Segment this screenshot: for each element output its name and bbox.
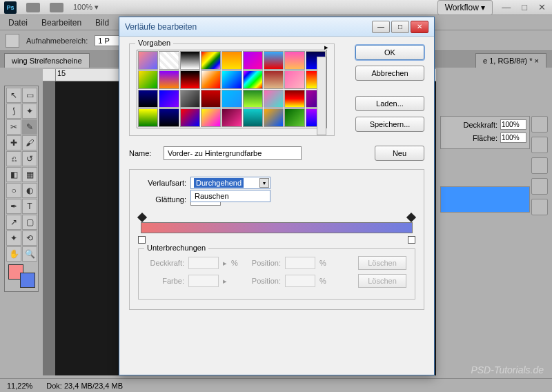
gradient-preset[interactable]	[201, 70, 221, 89]
rotate-tool-icon[interactable]: ⟲	[22, 231, 37, 246]
layer-thumbnail[interactable]	[440, 186, 530, 213]
type-tool-icon[interactable]: T	[22, 199, 37, 214]
color-stop[interactable]	[138, 236, 146, 244]
gradient-preset[interactable]	[243, 51, 263, 70]
workspace-selector[interactable]: Workflow ▾	[437, 0, 493, 15]
presets-menu-icon[interactable]: ▸	[324, 43, 328, 52]
gradient-preset[interactable]	[284, 51, 304, 70]
gradient-preset[interactable]	[243, 108, 263, 127]
stamp-tool-icon[interactable]: ⎌	[6, 151, 21, 166]
gradient-preset[interactable]	[284, 108, 304, 127]
panel-icon[interactable]	[531, 116, 548, 133]
gradient-preset[interactable]	[159, 51, 179, 70]
gradient-preset[interactable]	[221, 51, 241, 70]
gradient-preview[interactable]	[141, 218, 413, 237]
panel-icon[interactable]	[531, 199, 548, 215]
zoom-level[interactable]: 100% ▾	[73, 3, 99, 12]
hand-tool-icon[interactable]: ✋	[6, 246, 21, 262]
menu-edit[interactable]: Bearbeiten	[41, 18, 81, 28]
dialog-titlebar[interactable]: Verläufe bearbeiten — □ ✕	[119, 17, 434, 37]
marquee-tool-icon[interactable]: ▭	[22, 88, 37, 103]
gradient-tool-icon[interactable]: ▦	[22, 167, 37, 182]
status-zoom[interactable]: 11,22%	[7, 382, 32, 390]
gradient-preset[interactable]	[221, 108, 241, 127]
brush-tool-icon[interactable]: 🖌	[22, 135, 37, 150]
wand-tool-icon[interactable]: ✦	[22, 104, 37, 119]
gradient-preset[interactable]	[221, 70, 241, 89]
gradient-preset[interactable]	[180, 108, 200, 127]
gradient-preset[interactable]	[243, 70, 263, 89]
gradient-preset[interactable]	[159, 90, 179, 108]
history-brush-icon[interactable]: ↺	[22, 151, 37, 166]
gradient-preset[interactable]	[138, 90, 158, 108]
crop-tool-icon[interactable]: ✂	[6, 119, 21, 135]
gradient-type-combo[interactable]: Durchgehend ▾ Rauschen	[190, 177, 270, 189]
fill-field[interactable]	[500, 133, 526, 143]
dialog-minimize-icon[interactable]: —	[372, 21, 390, 33]
zoom-tool-icon[interactable]: 🔍	[22, 246, 37, 262]
document-tab[interactable]: wing Streifenscheine	[4, 53, 90, 68]
load-button[interactable]: Laden...	[355, 96, 424, 111]
gradient-preset[interactable]	[201, 108, 221, 127]
gradient-preset[interactable]	[264, 51, 284, 70]
gradient-preset[interactable]	[180, 70, 200, 89]
color-swatches[interactable]	[6, 262, 37, 290]
gradient-preset[interactable]	[138, 108, 158, 127]
eyedropper-tool-icon[interactable]: ✎	[22, 119, 37, 135]
gradient-track[interactable]	[141, 222, 413, 233]
document-tab[interactable]: e 1, RGB/8#) * ×	[475, 53, 546, 68]
gradient-preset[interactable]	[180, 90, 200, 108]
pen-tool-icon[interactable]: ✒	[6, 199, 21, 214]
gradient-preset[interactable]	[201, 90, 221, 108]
eraser-tool-icon[interactable]: ◧	[6, 167, 21, 182]
gradient-preset[interactable]	[264, 90, 284, 108]
gradient-preset[interactable]	[159, 108, 179, 127]
blur-tool-icon[interactable]: ○	[6, 183, 21, 198]
panel-icon[interactable]	[531, 137, 548, 153]
background-color[interactable]	[20, 273, 35, 288]
gradient-preset[interactable]	[243, 90, 263, 108]
close-icon[interactable]: ✕	[536, 2, 548, 12]
gradient-preset[interactable]	[138, 70, 158, 89]
name-field[interactable]	[164, 146, 302, 160]
menu-image[interactable]: Bild	[95, 18, 109, 28]
bridge-icon[interactable]	[26, 3, 40, 12]
shape-tool-icon[interactable]: ▢	[22, 215, 37, 230]
chevron-down-icon[interactable]: ▾	[259, 178, 269, 188]
panel-icon[interactable]	[531, 178, 548, 195]
tool-preset-icon[interactable]	[6, 34, 19, 48]
dodge-tool-icon[interactable]: ◐	[22, 183, 37, 198]
gradient-preset[interactable]	[221, 90, 241, 108]
dialog-close-icon[interactable]: ✕	[411, 21, 428, 33]
menu-file[interactable]: Datei	[8, 18, 28, 28]
move-tool-icon[interactable]: ↖	[6, 88, 21, 103]
dialog-maximize-icon[interactable]: □	[391, 21, 409, 33]
gradient-preset[interactable]	[284, 90, 304, 108]
minimize-icon[interactable]: —	[500, 2, 513, 12]
color-stop[interactable]	[408, 236, 415, 244]
opacity-stop[interactable]	[406, 213, 416, 222]
save-button[interactable]: Speichern...	[355, 117, 424, 132]
gradient-preset[interactable]	[159, 70, 179, 89]
cancel-button[interactable]: Abbrechen	[355, 66, 424, 81]
opacity-stop[interactable]	[137, 213, 147, 222]
gradient-preset[interactable]	[264, 70, 284, 89]
gradient-preset[interactable]	[138, 51, 158, 70]
3d-tool-icon[interactable]: ✦	[6, 231, 21, 246]
gradient-preset[interactable]	[180, 51, 200, 70]
opacity-field[interactable]	[500, 119, 526, 130]
gradient-preset[interactable]	[201, 51, 221, 70]
panel-icon[interactable]	[531, 157, 548, 174]
gradient-preset[interactable]	[284, 70, 304, 89]
presets-grid[interactable]	[137, 50, 327, 128]
lasso-tool-icon[interactable]: ⟆	[6, 104, 21, 119]
maximize-icon[interactable]: □	[520, 2, 529, 12]
ok-button[interactable]: OK	[355, 45, 424, 60]
minibridge-icon[interactable]	[50, 3, 63, 12]
combo-option[interactable]: Rauschen	[191, 190, 270, 202]
path-tool-icon[interactable]: ↗	[6, 215, 21, 230]
gradient-preset[interactable]	[264, 108, 284, 127]
heal-tool-icon[interactable]: ✚	[6, 135, 21, 150]
scrollbar[interactable]	[317, 57, 326, 135]
new-button[interactable]: Neu	[375, 146, 424, 161]
